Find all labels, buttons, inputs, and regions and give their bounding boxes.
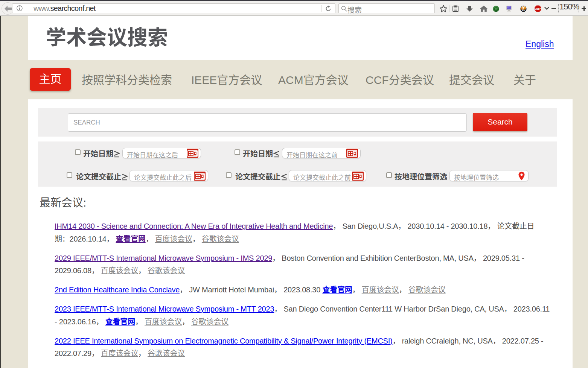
svg-text:L: L (522, 6, 526, 12)
svg-text:ABP: ABP (535, 7, 541, 11)
